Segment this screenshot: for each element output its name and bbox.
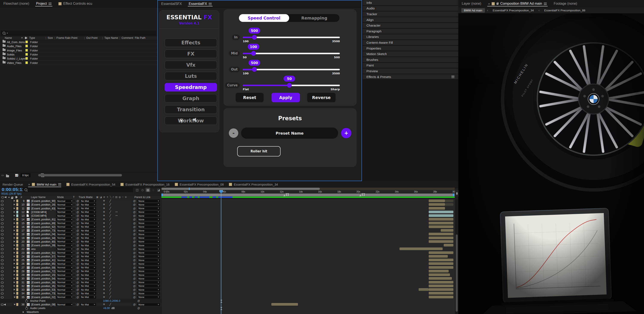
layer-track[interactable]: [162, 232, 455, 236]
av-cell[interactable]: [6, 251, 10, 255]
layer-name[interactable]: [Essent..position_41]: [31, 259, 57, 262]
av-cell[interactable]: [6, 281, 10, 284]
blend-mode-dropdown[interactable]: Normal: [56, 225, 74, 228]
collapse-switch[interactable]: ⊕: [103, 255, 105, 258]
collapse-switch[interactable]: ⊕: [103, 296, 105, 298]
parent-pickwhip[interactable]: @: [133, 244, 136, 247]
av-cell[interactable]: [10, 258, 13, 262]
layer-name[interactable]: [Essent..position_59]: [31, 266, 57, 269]
track-matte-pickwhip[interactable]: @: [76, 266, 79, 269]
collapse-switch[interactable]: ⊕: [103, 270, 105, 272]
layer-track[interactable]: [162, 207, 455, 210]
parent-dropdown[interactable]: None: [138, 303, 160, 306]
track-matte-pickwhip[interactable]: @: [76, 303, 79, 306]
disclosure-icon[interactable]: [14, 252, 15, 254]
av-cell[interactable]: [4, 247, 7, 251]
disclosure-icon[interactable]: [14, 263, 15, 265]
breadcrumb-essentialfx-precomposition-88[interactable]: EssentialFX Precomposition_88: [542, 8, 588, 13]
track-matte-pickwhip[interactable]: @: [76, 281, 79, 284]
column-header-tape-name[interactable]: Tape Name: [104, 36, 118, 39]
track-matte-dropdown[interactable]: No Mat: [80, 229, 96, 232]
blend-mode-dropdown[interactable]: Normal: [56, 229, 74, 232]
blend-mode-dropdown[interactable]: Normal: [56, 303, 74, 306]
layer-track[interactable]: [162, 306, 455, 310]
av-cell[interactable]: [10, 229, 13, 232]
quality-switch[interactable]: ╱: [110, 281, 111, 284]
layer-bar[interactable]: [429, 296, 454, 298]
layer-row-29[interactable]: 29[Essent..position_15]Normal@No Mat⊕╱@N…: [0, 273, 458, 277]
track-matte-dropdown[interactable]: No Mat: [80, 199, 96, 202]
project-row-audio-files[interactable]: Audio_FilesFolder: [0, 44, 157, 48]
tab-effect-controls-ecu[interactable]: Effect Controls ecu: [55, 0, 96, 7]
slider-handle-out[interactable]: [252, 67, 257, 72]
label-color-chip[interactable]: [16, 259, 18, 262]
layer-name[interactable]: [Essent..position_08]: [31, 303, 57, 306]
parent-pickwhip[interactable]: @: [133, 259, 136, 262]
layer-track[interactable]: [162, 251, 455, 255]
t-checkbox[interactable]: [72, 229, 76, 232]
av-cell[interactable]: [10, 277, 13, 280]
parent-dropdown[interactable]: None: [138, 259, 160, 262]
track-matte-pickwhip[interactable]: @: [76, 229, 79, 232]
disclosure-icon[interactable]: [14, 267, 15, 268]
disclosure-icon[interactable]: [14, 289, 15, 291]
project-search-input[interactable]: [1, 31, 156, 36]
blend-mode-dropdown[interactable]: Normal: [56, 222, 74, 225]
parent-pickwhip[interactable]: @: [133, 251, 136, 254]
reset-button[interactable]: Reset: [236, 93, 264, 102]
layer-track[interactable]: [162, 284, 455, 288]
av-cell[interactable]: [6, 232, 10, 236]
parent-dropdown[interactable]: None: [138, 233, 160, 236]
track-matte-pickwhip[interactable]: @: [76, 199, 79, 202]
av-cell[interactable]: [6, 273, 10, 277]
parent-dropdown[interactable]: None: [138, 285, 160, 288]
av-cell[interactable]: [4, 240, 7, 243]
track-matte-dropdown[interactable]: No Mat: [80, 266, 96, 269]
layer-track[interactable]: [162, 210, 455, 214]
panel-menu-icon[interactable]: [58, 183, 61, 186]
av-cell[interactable]: [4, 203, 7, 206]
av-cell[interactable]: [6, 199, 10, 203]
nav-effects-button[interactable]: Effects: [165, 38, 217, 47]
add-preset-button[interactable]: +: [341, 128, 352, 138]
layer-row-14[interactable]: 14[Essent..position_61]Normal@No Mat⊕╱@N…: [0, 218, 458, 221]
layer-name[interactable]: [Essent..position_57]: [31, 255, 57, 258]
layer-bar[interactable]: [429, 277, 452, 280]
layer-bar[interactable]: [441, 229, 454, 232]
track-matte-dropdown[interactable]: No Mat: [80, 281, 96, 284]
eye-icon[interactable]: [1, 271, 4, 272]
layer-bar[interactable]: [429, 281, 454, 284]
layer-row-31[interactable]: 31[Essent..position_38]Normal@No Mat⊕╱@N…: [0, 281, 458, 284]
av-cell[interactable]: [4, 277, 7, 280]
track-matte-dropdown[interactable]: No Mat: [80, 211, 96, 213]
av-cell[interactable]: [10, 207, 13, 210]
t-checkbox[interactable]: [72, 255, 76, 258]
av-cell[interactable]: [4, 269, 7, 273]
nav-speedramp-button[interactable]: Speedramp: [165, 83, 217, 92]
parent-pickwhip[interactable]: @: [133, 211, 136, 214]
track-matte-pickwhip[interactable]: @: [76, 233, 79, 236]
layer-row-35[interactable]: 35[Essent..position_02]Normal@No Mat⊕╱@N…: [0, 295, 458, 299]
comp-marker-bin[interactable]: [455, 190, 458, 196]
stopwatch-icon[interactable]: [25, 307, 28, 310]
layer-name[interactable]: [C0338.MP4]: [31, 211, 57, 214]
parent-pickwhip[interactable]: @: [133, 296, 136, 299]
project-row-image-files[interactable]: Image_FilesFolder: [0, 48, 157, 52]
av-cell[interactable]: [6, 218, 10, 221]
layer-name[interactable]: [Essent..position_51]: [31, 251, 57, 254]
frame-blending-icon[interactable]: ▤: [146, 188, 150, 192]
tab-essentialfx-precomposition-08[interactable]: EssentialFX Precomposition_08: [172, 181, 226, 188]
layer-row-22[interactable]: 22ecuNormal@No Mat⊕╱@None: [0, 247, 458, 251]
tab-flowchart-none[interactable]: Flowchart (none): [0, 0, 33, 7]
t-checkbox[interactable]: [72, 296, 76, 299]
label-color-chip[interactable]: [16, 292, 18, 295]
layer-track[interactable]: [162, 281, 455, 284]
label-color-chip[interactable]: [25, 49, 28, 52]
layer-bar[interactable]: [429, 251, 454, 254]
project-hscrollbar[interactable]: [38, 174, 122, 176]
collapse-switch[interactable]: ⊕: [103, 225, 105, 228]
av-cell[interactable]: [10, 247, 13, 251]
eye-icon[interactable]: [1, 274, 4, 276]
quality-switch[interactable]: ╱: [110, 273, 111, 276]
tab-speed-control[interactable]: Speed Control: [239, 14, 289, 22]
